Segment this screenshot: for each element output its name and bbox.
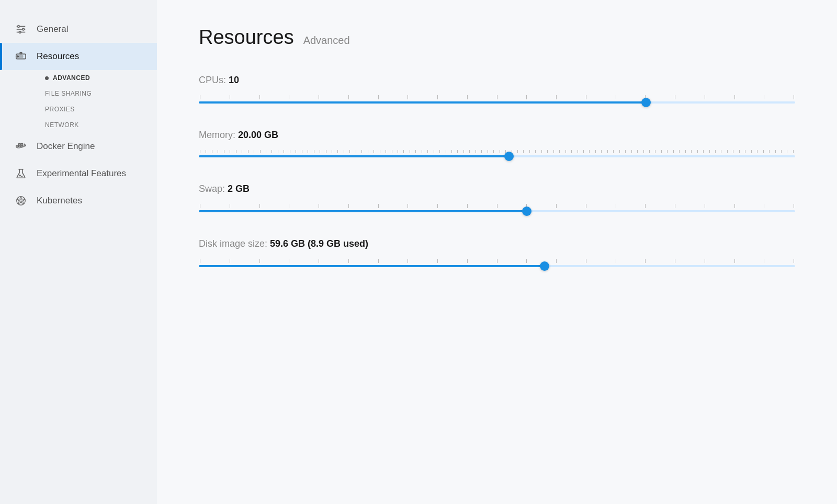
svg-point-5 [19,31,21,33]
active-dot [45,76,49,80]
sidebar-subitem-file-sharing[interactable]: FILE SHARING [37,86,157,101]
memory-section: Memory: 20.00 GB [199,130,795,157]
memory-label: Memory: 20.00 GB [199,130,795,141]
cpus-tick-marks [199,95,795,99]
sidebar-subitem-network-label: NETWORK [45,121,79,129]
swap-label-text: Swap: [199,184,228,194]
svg-rect-8 [19,55,22,58]
sidebar-item-docker-engine-label: Docker Engine [37,141,95,152]
docker-icon [15,140,27,153]
svg-point-3 [18,26,20,28]
sidebar-item-general-label: General [37,24,68,35]
sidebar-subitem-advanced[interactable]: ADVANCED [37,70,157,86]
memory-value: 20.00 GB [238,130,278,140]
cpus-section: CPUs: 10 [199,75,795,104]
svg-point-20 [21,176,22,177]
svg-point-19 [19,175,20,176]
svg-rect-10 [20,53,22,54]
flask-icon [15,167,27,180]
sidebar-subitem-proxies-label: PROXIES [45,106,75,113]
settings-icon [15,23,27,36]
memory-slider-thumb[interactable] [504,152,514,161]
disk-label: Disk image size: 59.6 GB (8.9 GB used) [199,238,795,249]
sidebar-subitem-network[interactable]: NETWORK [37,117,157,133]
memory-slider-fill [199,155,509,157]
sidebar-item-kubernetes[interactable]: Kubernetes [0,187,157,214]
cpus-slider-fill [199,101,646,104]
swap-slider-container [199,204,795,212]
swap-value: 2 GB [228,184,250,194]
svg-rect-15 [21,144,23,145]
sidebar-item-experimental-label: Experimental Features [37,168,126,179]
page-header: Resources Advanced [199,26,795,49]
disk-slider-thumb[interactable] [540,261,549,271]
disk-slider-track[interactable] [199,265,795,267]
cpus-label-text: CPUs: [199,75,229,85]
swap-slider-fill [199,210,527,212]
sidebar-item-resources-label: Resources [37,51,79,62]
disk-value: 59.6 GB (8.9 GB used) [270,238,368,249]
svg-rect-11 [16,145,18,147]
swap-label: Swap: 2 GB [199,184,795,194]
sidebar-item-kubernetes-label: Kubernetes [37,196,82,206]
cpus-slider-thumb[interactable] [641,98,651,107]
swap-tick-marks [199,204,795,208]
svg-point-7 [17,56,19,58]
sidebar-subitem-proxies[interactable]: PROXIES [37,101,157,117]
sidebar-subitem-file-sharing-label: FILE SHARING [45,90,92,97]
cpus-value: 10 [229,75,239,85]
resources-subitems: ADVANCED FILE SHARING PROXIES NETWORK [0,70,157,133]
sidebar: General Resources ADVANCED FILE SHARING … [0,0,157,504]
disk-tick-marks [199,259,795,263]
swap-slider-thumb[interactable] [522,207,531,216]
disk-label-text: Disk image size: [199,238,270,249]
memory-label-text: Memory: [199,130,238,140]
memory-tick-marks [199,150,795,153]
swap-slider-track[interactable] [199,210,795,212]
swap-section: Swap: 2 GB [199,184,795,212]
cpus-label: CPUs: 10 [199,75,795,86]
resources-icon [15,50,27,63]
sidebar-item-resources[interactable]: Resources [0,43,157,70]
svg-point-4 [22,28,25,30]
svg-point-21 [17,197,26,205]
svg-point-23 [20,200,22,202]
kubernetes-icon [15,194,27,207]
memory-slider-track[interactable] [199,155,795,157]
cpus-slider-track[interactable] [199,101,795,104]
sidebar-item-docker-engine[interactable]: Docker Engine [0,133,157,160]
advanced-tab[interactable]: Advanced [303,35,350,47]
page-title: Resources [199,26,294,49]
svg-rect-12 [18,145,20,147]
cpus-slider-container [199,95,795,104]
disk-section: Disk image size: 59.6 GB (8.9 GB used) [199,238,795,267]
sidebar-item-general[interactable]: General [0,16,157,43]
disk-slider-fill [199,265,545,267]
disk-slider-container [199,259,795,267]
svg-rect-14 [18,144,20,145]
svg-marker-22 [17,197,25,204]
svg-point-16 [24,145,26,146]
sidebar-subitem-advanced-label: ADVANCED [53,74,90,82]
svg-rect-13 [21,145,23,147]
sidebar-item-experimental[interactable]: Experimental Features [0,160,157,187]
main-content: Resources Advanced CPUs: 10 Memory: 20.0… [157,0,837,504]
memory-slider-container [199,150,795,157]
